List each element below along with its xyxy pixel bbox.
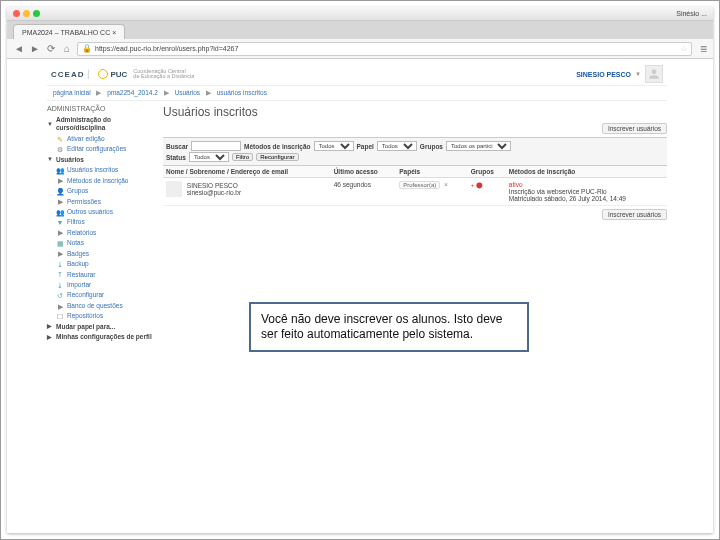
bookmark-icon[interactable]: ☆ <box>681 45 687 53</box>
role-select[interactable]: Todos <box>377 141 417 151</box>
sidebar-item[interactable]: ▶Mudar papel para... <box>47 322 157 332</box>
col-group: Grupos <box>468 166 506 178</box>
instruction-callout: Você não deve inscrever os alunos. Isto … <box>249 302 529 352</box>
sidebar-item[interactable]: ▶Métodos de inscrição <box>47 176 157 186</box>
sidebar-item-label: Banco de questões <box>67 302 123 310</box>
caret-icon: ▼ <box>47 121 53 129</box>
sidebar-item-icon: ▶ <box>56 302 64 310</box>
window-titlebar: Sinésio ... <box>7 7 713 21</box>
sidebar-item-label: Editar configurações <box>67 145 126 153</box>
enroll-users-button-bottom[interactable]: Inscrever usuários <box>602 209 667 220</box>
sidebar-item-icon: ☐ <box>56 313 64 321</box>
sidebar-item-icon: 👥 <box>56 208 64 216</box>
sidebar-item-label: Outros usuários <box>67 208 113 216</box>
sidebar-item-label: Ativar edição <box>67 135 105 143</box>
sidebar-item[interactable]: ▶Permissões <box>47 197 157 207</box>
url-text: https://ead.puc-rio.br/enrol/users.php?i… <box>95 45 238 52</box>
sidebar-item-label: Repositórios <box>67 312 103 320</box>
tab-title: PMA2024 – TRABALHO CC × <box>22 29 116 36</box>
sidebar-item[interactable]: ☐Repositórios <box>47 311 157 321</box>
sidebar-item[interactable]: 👥Usuários inscritos <box>47 165 157 175</box>
sidebar-item-icon: ▶ <box>56 177 64 185</box>
sidebar-item[interactable]: ▶Minhas configurações de perfil <box>47 332 157 342</box>
sidebar-item-label: Reconfigurar <box>67 291 104 299</box>
sidebar-item[interactable]: ⤓Importar <box>47 280 157 290</box>
reset-button[interactable]: Reconfigurar <box>256 153 298 161</box>
sidebar-item-label: Minhas configurações de perfil <box>56 333 152 341</box>
sidebar-item[interactable]: ▼Usuários <box>47 155 157 165</box>
sidebar-item-label: Filtros <box>67 218 85 226</box>
page-title: Usuários inscritos <box>163 105 667 119</box>
sidebar-item-label: Restaurar <box>67 271 96 279</box>
enrol-method: Inscrição via webservice PUC-Rio <box>509 188 607 195</box>
sidebar-item[interactable]: ⤒Restaurar <box>47 270 157 280</box>
crumb-enrolled[interactable]: usuários inscritos <box>217 89 267 96</box>
sidebar-item[interactable]: ▦Notas <box>47 238 157 248</box>
sidebar-item[interactable]: ▼Filtros <box>47 217 157 227</box>
tagline-2: de Educação a Distância <box>133 74 194 80</box>
sidebar-item-label: Backup <box>67 260 89 268</box>
browser-menu-icon[interactable]: ≡ <box>700 42 707 56</box>
remove-role-icon[interactable]: × <box>444 181 448 188</box>
minimize-icon[interactable] <box>23 10 30 17</box>
status-select[interactable]: Todos <box>189 152 229 162</box>
crumb-course[interactable]: pma2254_2014.2 <box>107 89 158 96</box>
avatar[interactable] <box>645 65 663 83</box>
sidebar-item-label: Badges <box>67 250 89 258</box>
user-name[interactable]: SINESIO PESCO <box>187 182 238 189</box>
sidebar-item-icon: ↺ <box>56 292 64 300</box>
sidebar-item[interactable]: ▶Relatórios <box>47 228 157 238</box>
reload-icon[interactable]: ⟳ <box>45 43 57 55</box>
user-last-access: 46 segundos <box>331 178 397 206</box>
sidebar-item-label: Administração do curso/disciplina <box>56 116 157 133</box>
enroll-users-button-top[interactable]: Inscrever usuários <box>602 123 667 134</box>
back-icon[interactable]: ◄ <box>13 43 25 55</box>
sidebar-item[interactable]: ✎Ativar edição <box>47 134 157 144</box>
sidebar-item-label: Métodos de inscrição <box>67 177 128 185</box>
chevron-down-icon[interactable]: ▼ <box>635 71 641 77</box>
sidebar-item[interactable]: ▼Administração do curso/disciplina <box>47 115 157 134</box>
sidebar-item[interactable]: ⚙Editar configurações <box>47 144 157 154</box>
zoom-icon[interactable] <box>33 10 40 17</box>
sidebar-item[interactable]: ▶Badges <box>47 249 157 259</box>
sidebar-item-icon: ▶ <box>56 229 64 237</box>
sidebar-item[interactable]: 👤Grupos <box>47 186 157 196</box>
sidebar-item-icon: ⤒ <box>56 271 64 279</box>
sidebar-title: ADMINISTRAÇÃO <box>47 105 157 112</box>
sidebar-item-icon: ▦ <box>56 239 64 247</box>
sidebar-item-icon: ⤓ <box>56 260 64 268</box>
sidebar-item-icon: ▼ <box>56 219 64 227</box>
forward-icon[interactable]: ► <box>29 43 41 55</box>
close-icon[interactable] <box>13 10 20 17</box>
method-label: Métodos de inscrição <box>244 143 310 150</box>
group-select[interactable]: Todos os partici <box>446 141 511 151</box>
sidebar-item-icon: ✎ <box>56 135 64 143</box>
col-name: Nome / Sobrenome / Endereço de email <box>163 166 331 178</box>
address-bar[interactable]: 🔒 https://ead.puc-rio.br/enrol/users.php… <box>77 42 692 56</box>
user-avatar-icon <box>166 181 182 197</box>
caret-icon: ▶ <box>47 334 53 342</box>
crumb-home[interactable]: página inicial <box>53 89 91 96</box>
table-header-row: Nome / Sobrenome / Endereço de email Últ… <box>163 166 667 178</box>
filter-button[interactable]: Filtro <box>232 153 253 161</box>
table-row: SINESIO PESCO sinesio@puc-rio.br 46 segu… <box>163 178 667 206</box>
crumb-users[interactable]: Usuários <box>174 89 200 96</box>
sidebar-item[interactable]: 👥Outros usuários <box>47 207 157 217</box>
col-last: Último acesso <box>331 166 397 178</box>
home-icon[interactable]: ⌂ <box>61 43 73 55</box>
browser-tabstrip: PMA2024 – TRABALHO CC × <box>7 21 713 39</box>
sidebar-item[interactable]: ▶Banco de questões <box>47 301 157 311</box>
sidebar-item[interactable]: ⤓Backup <box>47 259 157 269</box>
enrolled-users-table: Nome / Sobrenome / Endereço de email Últ… <box>163 166 667 206</box>
group-add-icon[interactable]: + ⬤ <box>471 182 483 188</box>
current-user-name[interactable]: SINESIO PESCO <box>576 71 631 78</box>
search-input[interactable] <box>191 141 241 151</box>
site-header: CCEAD ▏ PUC Coordenação Central de Educa… <box>47 63 667 85</box>
sidebar-item[interactable]: ↺Reconfigurar <box>47 290 157 300</box>
method-select[interactable]: Todos <box>314 141 354 151</box>
sidebar-item-icon: ▶ <box>56 250 64 258</box>
browser-tab[interactable]: PMA2024 – TRABALHO CC × <box>13 24 125 39</box>
filter-bar: Buscar Métodos de inscrição Todos Papel … <box>163 137 667 166</box>
col-role: Papéis <box>396 166 468 178</box>
sidebar-item-icon: ▶ <box>56 198 64 206</box>
